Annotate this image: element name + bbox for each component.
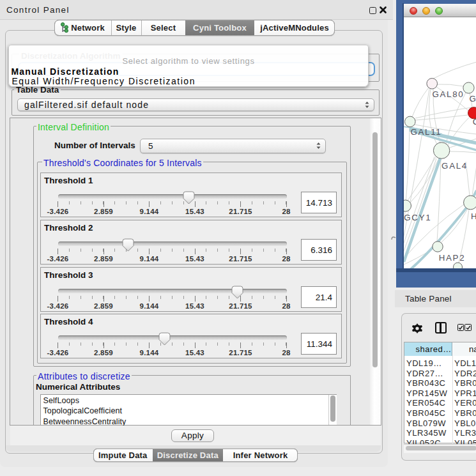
svg-text:GA: GA: [469, 94, 476, 104]
svg-text:C: C: [472, 117, 476, 127]
svg-text:HAP2: HAP2: [438, 253, 465, 263]
svg-text:GAL4: GAL4: [441, 161, 468, 171]
svg-text:GCY1: GCY1: [404, 213, 431, 222]
svg-text:GAL11: GAL11: [410, 127, 441, 137]
svg-text:H: H: [470, 211, 476, 221]
svg-text:GAL80: GAL80: [432, 89, 464, 99]
